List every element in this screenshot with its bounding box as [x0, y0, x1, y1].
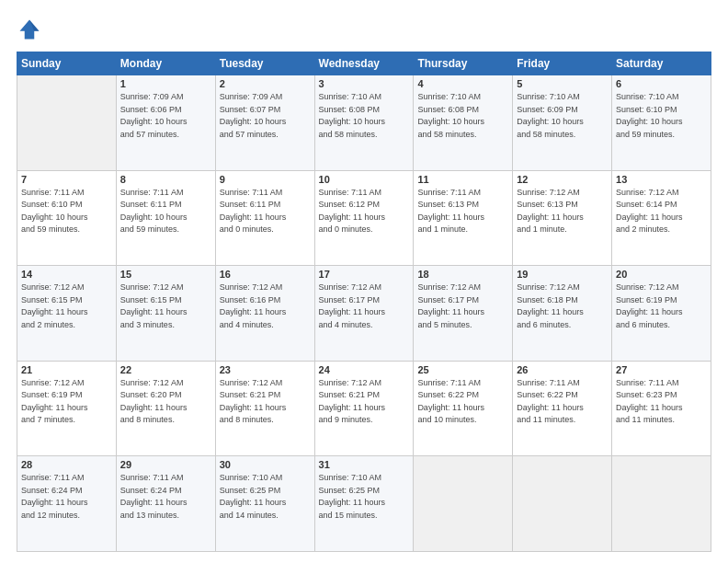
- calendar-cell: 7Sunrise: 7:11 AM Sunset: 6:10 PM Daylig…: [17, 170, 117, 266]
- day-number: 21: [21, 364, 112, 375]
- day-number: 22: [120, 364, 211, 375]
- calendar-cell: 6Sunrise: 7:10 AM Sunset: 6:10 PM Daylig…: [612, 75, 711, 171]
- day-number: 8: [120, 174, 211, 185]
- day-number: 14: [21, 269, 112, 280]
- day-info: Sunrise: 7:09 AM Sunset: 6:06 PM Dayligh…: [120, 91, 211, 141]
- calendar-cell: 1Sunrise: 7:09 AM Sunset: 6:06 PM Daylig…: [116, 75, 215, 171]
- calendar-week-5: 28Sunrise: 7:11 AM Sunset: 6:24 PM Dayli…: [17, 456, 711, 552]
- day-info: Sunrise: 7:12 AM Sunset: 6:19 PM Dayligh…: [21, 377, 112, 427]
- calendar-cell: 12Sunrise: 7:12 AM Sunset: 6:13 PM Dayli…: [513, 170, 612, 266]
- day-number: 15: [120, 269, 211, 280]
- calendar-week-4: 21Sunrise: 7:12 AM Sunset: 6:19 PM Dayli…: [17, 361, 711, 456]
- day-info: Sunrise: 7:12 AM Sunset: 6:20 PM Dayligh…: [120, 377, 211, 427]
- day-info: Sunrise: 7:10 AM Sunset: 6:25 PM Dayligh…: [319, 472, 410, 522]
- calendar-header-wednesday: Wednesday: [314, 52, 414, 75]
- calendar-cell: 21Sunrise: 7:12 AM Sunset: 6:19 PM Dayli…: [17, 361, 117, 456]
- day-number: 7: [21, 174, 112, 185]
- day-info: Sunrise: 7:12 AM Sunset: 6:15 PM Dayligh…: [120, 282, 211, 331]
- day-number: 10: [319, 174, 410, 185]
- day-number: 18: [417, 269, 508, 280]
- calendar-cell: 2Sunrise: 7:09 AM Sunset: 6:07 PM Daylig…: [215, 75, 314, 171]
- header: [17, 17, 711, 42]
- calendar-cell: [17, 75, 117, 171]
- day-info: Sunrise: 7:11 AM Sunset: 6:22 PM Dayligh…: [417, 377, 508, 427]
- calendar-header-saturday: Saturday: [612, 52, 711, 75]
- calendar-cell: 15Sunrise: 7:12 AM Sunset: 6:15 PM Dayli…: [116, 266, 215, 362]
- day-number: 13: [616, 174, 707, 185]
- day-number: 9: [220, 174, 311, 185]
- calendar-cell: 24Sunrise: 7:12 AM Sunset: 6:21 PM Dayli…: [314, 361, 414, 456]
- calendar-cell: 9Sunrise: 7:11 AM Sunset: 6:11 PM Daylig…: [215, 170, 314, 266]
- day-info: Sunrise: 7:11 AM Sunset: 6:11 PM Dayligh…: [120, 187, 211, 236]
- calendar-cell: 14Sunrise: 7:12 AM Sunset: 6:15 PM Dayli…: [17, 266, 117, 362]
- calendar-cell: [513, 456, 612, 552]
- calendar-week-1: 1Sunrise: 7:09 AM Sunset: 6:06 PM Daylig…: [17, 75, 711, 171]
- day-number: 17: [319, 269, 410, 280]
- calendar-cell: 20Sunrise: 7:12 AM Sunset: 6:19 PM Dayli…: [612, 266, 711, 362]
- day-number: 12: [517, 174, 608, 185]
- day-number: 2: [220, 78, 311, 89]
- day-info: Sunrise: 7:12 AM Sunset: 6:14 PM Dayligh…: [616, 187, 707, 236]
- day-number: 5: [517, 78, 608, 89]
- calendar-cell: 28Sunrise: 7:11 AM Sunset: 6:24 PM Dayli…: [17, 456, 117, 552]
- day-info: Sunrise: 7:12 AM Sunset: 6:15 PM Dayligh…: [21, 282, 112, 331]
- day-info: Sunrise: 7:12 AM Sunset: 6:19 PM Dayligh…: [616, 282, 707, 331]
- calendar-cell: 8Sunrise: 7:11 AM Sunset: 6:11 PM Daylig…: [116, 170, 215, 266]
- day-number: 23: [220, 364, 311, 375]
- day-info: Sunrise: 7:11 AM Sunset: 6:22 PM Dayligh…: [517, 377, 608, 427]
- calendar-header-sunday: Sunday: [17, 52, 117, 75]
- calendar-week-3: 14Sunrise: 7:12 AM Sunset: 6:15 PM Dayli…: [17, 266, 711, 362]
- calendar-cell: 18Sunrise: 7:12 AM Sunset: 6:17 PM Dayli…: [414, 266, 513, 362]
- calendar-cell: 17Sunrise: 7:12 AM Sunset: 6:17 PM Dayli…: [314, 266, 414, 362]
- day-info: Sunrise: 7:09 AM Sunset: 6:07 PM Dayligh…: [220, 91, 311, 141]
- day-info: Sunrise: 7:11 AM Sunset: 6:10 PM Dayligh…: [21, 187, 112, 236]
- day-info: Sunrise: 7:12 AM Sunset: 6:16 PM Dayligh…: [220, 282, 311, 331]
- day-info: Sunrise: 7:10 AM Sunset: 6:08 PM Dayligh…: [417, 91, 508, 141]
- day-number: 31: [319, 459, 410, 470]
- calendar-cell: 31Sunrise: 7:10 AM Sunset: 6:25 PM Dayli…: [314, 456, 414, 552]
- logo-icon: [17, 17, 42, 42]
- day-number: 29: [120, 459, 211, 470]
- day-number: 27: [616, 364, 707, 375]
- page: SundayMondayTuesdayWednesdayThursdayFrid…: [0, 0, 728, 563]
- calendar: SundayMondayTuesdayWednesdayThursdayFrid…: [17, 52, 711, 552]
- day-number: 25: [417, 364, 508, 375]
- day-info: Sunrise: 7:11 AM Sunset: 6:11 PM Dayligh…: [220, 187, 311, 236]
- day-info: Sunrise: 7:10 AM Sunset: 6:25 PM Dayligh…: [220, 472, 311, 522]
- day-number: 28: [21, 459, 112, 470]
- calendar-header-tuesday: Tuesday: [215, 52, 314, 75]
- day-number: 24: [319, 364, 410, 375]
- day-info: Sunrise: 7:11 AM Sunset: 6:12 PM Dayligh…: [319, 187, 410, 236]
- day-number: 4: [417, 78, 508, 89]
- logo: [17, 17, 46, 42]
- day-number: 19: [517, 269, 608, 280]
- calendar-cell: 11Sunrise: 7:11 AM Sunset: 6:13 PM Dayli…: [414, 170, 513, 266]
- calendar-cell: 19Sunrise: 7:12 AM Sunset: 6:18 PM Dayli…: [513, 266, 612, 362]
- day-info: Sunrise: 7:11 AM Sunset: 6:24 PM Dayligh…: [21, 472, 112, 522]
- day-info: Sunrise: 7:11 AM Sunset: 6:23 PM Dayligh…: [616, 377, 707, 427]
- calendar-header-row: SundayMondayTuesdayWednesdayThursdayFrid…: [17, 52, 711, 75]
- calendar-cell: 4Sunrise: 7:10 AM Sunset: 6:08 PM Daylig…: [414, 75, 513, 171]
- day-number: 16: [220, 269, 311, 280]
- calendar-header-monday: Monday: [116, 52, 215, 75]
- day-info: Sunrise: 7:11 AM Sunset: 6:24 PM Dayligh…: [120, 472, 211, 522]
- calendar-cell: 5Sunrise: 7:10 AM Sunset: 6:09 PM Daylig…: [513, 75, 612, 171]
- day-number: 30: [220, 459, 311, 470]
- day-info: Sunrise: 7:12 AM Sunset: 6:17 PM Dayligh…: [319, 282, 410, 331]
- day-number: 1: [120, 78, 211, 89]
- day-number: 11: [417, 174, 508, 185]
- calendar-cell: [612, 456, 711, 552]
- calendar-cell: 22Sunrise: 7:12 AM Sunset: 6:20 PM Dayli…: [116, 361, 215, 456]
- calendar-cell: 25Sunrise: 7:11 AM Sunset: 6:22 PM Dayli…: [414, 361, 513, 456]
- calendar-cell: 26Sunrise: 7:11 AM Sunset: 6:22 PM Dayli…: [513, 361, 612, 456]
- day-info: Sunrise: 7:10 AM Sunset: 6:09 PM Dayligh…: [517, 91, 608, 141]
- day-info: Sunrise: 7:12 AM Sunset: 6:17 PM Dayligh…: [417, 282, 508, 331]
- calendar-cell: 27Sunrise: 7:11 AM Sunset: 6:23 PM Dayli…: [612, 361, 711, 456]
- day-info: Sunrise: 7:10 AM Sunset: 6:10 PM Dayligh…: [616, 91, 707, 141]
- calendar-cell: 29Sunrise: 7:11 AM Sunset: 6:24 PM Dayli…: [116, 456, 215, 552]
- calendar-cell: [414, 456, 513, 552]
- calendar-header-thursday: Thursday: [414, 52, 513, 75]
- day-info: Sunrise: 7:12 AM Sunset: 6:21 PM Dayligh…: [220, 377, 311, 427]
- calendar-cell: 30Sunrise: 7:10 AM Sunset: 6:25 PM Dayli…: [215, 456, 314, 552]
- day-number: 26: [517, 364, 608, 375]
